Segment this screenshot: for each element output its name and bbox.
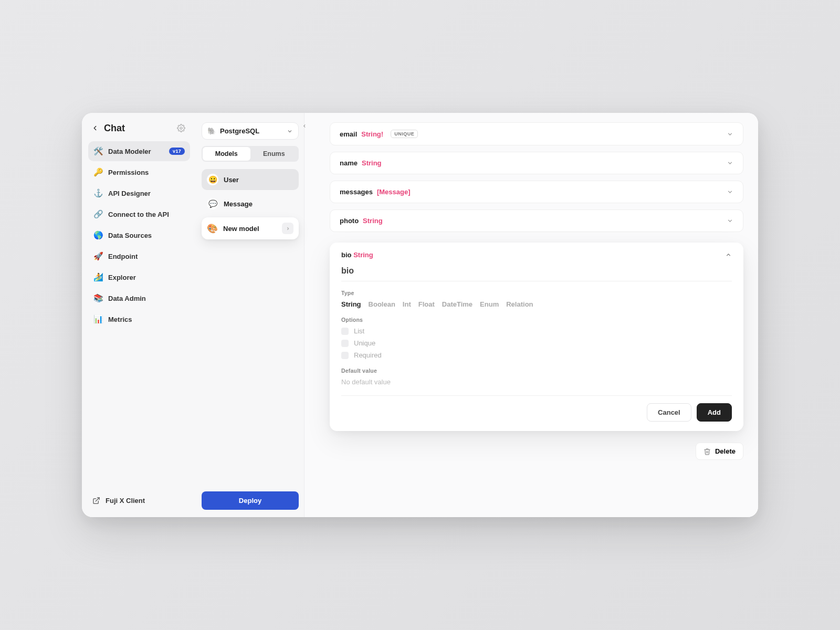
chevron-down-icon — [727, 217, 733, 224]
type-option-enum[interactable]: Enum — [480, 300, 499, 308]
deploy-button[interactable]: Deploy — [202, 491, 299, 510]
sidebar-item-metrics[interactable]: 📊Metrics — [88, 309, 190, 329]
settings-button[interactable] — [175, 122, 187, 134]
option-label: List — [354, 327, 364, 335]
chevron-down-icon — [727, 160, 733, 166]
sidebar-item-data-modeler[interactable]: 🛠️Data Modelerv17 — [88, 141, 190, 161]
chevron-right-icon — [282, 223, 293, 234]
nav-badge: v17 — [169, 148, 185, 155]
nav-icon: 🌎 — [93, 230, 103, 240]
sidebar-header: Chat — [88, 122, 190, 141]
delete-button[interactable]: Delete — [696, 443, 743, 460]
editing-field-name: bio — [341, 251, 352, 259]
field-row-email[interactable]: emailString!UNIQUE — [330, 122, 743, 145]
sidebar-item-data-sources[interactable]: 🌎Data Sources — [88, 225, 190, 245]
type-option-relation[interactable]: Relation — [506, 300, 533, 308]
chevron-down-icon — [287, 128, 293, 134]
editing-field-type: String — [353, 251, 373, 259]
model-item-message[interactable]: 💬Message — [202, 193, 299, 214]
trash-icon — [704, 448, 711, 455]
type-option-boolean[interactable]: Boolean — [369, 300, 395, 308]
palette-icon: 🎨 — [207, 223, 218, 234]
field-type: String — [362, 159, 382, 167]
sidebar-item-explorer[interactable]: 🏄Explorer — [88, 267, 190, 287]
sidebar-item-endpoint[interactable]: 🚀Endpoint — [88, 246, 190, 266]
options-section-label: Options — [341, 317, 732, 323]
add-button[interactable]: Add — [697, 403, 732, 422]
type-option-string[interactable]: String — [341, 300, 361, 308]
model-enum-tabs: ModelsEnums — [202, 146, 299, 162]
model-list: 😀User💬Message — [202, 169, 299, 214]
nav-icon: 🔗 — [93, 209, 103, 219]
field-badge: UNIQUE — [391, 130, 418, 138]
database-icon: 🐘 — [207, 127, 216, 135]
sidebar-item-api-designer[interactable]: ⚓API Designer — [88, 183, 190, 203]
type-option-float[interactable]: Float — [418, 300, 435, 308]
type-option-int[interactable]: Int — [403, 300, 411, 308]
checkbox-icon — [341, 340, 349, 347]
sidebar-item-permissions[interactable]: 🔑Permissions — [88, 162, 190, 182]
nav-label: Connect to the API — [108, 211, 169, 218]
field-name: messages — [340, 188, 373, 196]
app-title: Chat — [104, 123, 125, 134]
database-selector[interactable]: 🐘 PostgreSQL — [202, 122, 299, 140]
new-model-label: New model — [223, 225, 259, 233]
option-list[interactable]: List — [341, 327, 732, 335]
gear-icon — [177, 124, 185, 132]
default-value-input[interactable] — [341, 378, 732, 386]
nav-label: Metrics — [108, 316, 132, 323]
model-panel: 🐘 PostgreSQL ModelsEnums 😀User💬Message 🎨… — [196, 113, 304, 517]
checkbox-icon — [341, 352, 349, 359]
nav-icon: 🔑 — [93, 167, 103, 177]
type-selector: StringBooleanIntFloatDateTimeEnumRelatio… — [341, 300, 732, 308]
model-icon: 😀 — [207, 174, 218, 185]
back-icon[interactable] — [91, 124, 99, 132]
svg-line-1 — [96, 498, 99, 501]
main-content: emailString!UNIQUEnameStringmessages[Mes… — [304, 113, 758, 517]
nav-label: Data Modeler — [108, 148, 151, 155]
sidebar: Chat 🛠️Data Modelerv17🔑Permissions⚓API D… — [82, 113, 196, 517]
field-type: [Message] — [377, 188, 411, 196]
nav-label: Data Sources — [108, 232, 152, 239]
type-section-label: Type — [341, 290, 732, 296]
field-row-name[interactable]: nameString — [330, 152, 743, 174]
option-required[interactable]: Required — [341, 351, 732, 359]
model-item-user[interactable]: 😀User — [202, 169, 299, 190]
nav-icon: 📊 — [93, 314, 103, 324]
collapse-field-button[interactable] — [725, 251, 732, 258]
chevron-up-icon — [725, 251, 732, 258]
option-unique[interactable]: Unique — [341, 339, 732, 347]
field-name: email — [340, 130, 357, 138]
nav-icon: 🚀 — [93, 251, 103, 261]
tab-enums[interactable]: Enums — [250, 147, 298, 161]
cancel-button[interactable]: Cancel — [647, 403, 691, 422]
type-option-datetime[interactable]: DateTime — [442, 300, 472, 308]
field-name: name — [340, 159, 358, 167]
svg-point-0 — [180, 127, 182, 129]
field-name-input[interactable] — [341, 263, 732, 281]
collapse-panel-button[interactable] — [300, 121, 309, 131]
nav-label: API Designer — [108, 190, 151, 197]
model-label: Message — [224, 200, 253, 208]
model-icon: 💬 — [207, 198, 218, 209]
sidebar-nav: 🛠️Data Modelerv17🔑Permissions⚓API Design… — [88, 141, 190, 329]
checkbox-icon — [341, 328, 349, 335]
tab-models[interactable]: Models — [203, 147, 250, 161]
nav-label: Data Admin — [108, 295, 146, 302]
nav-icon: 🛠️ — [93, 146, 103, 156]
field-row-photo[interactable]: photoString — [330, 209, 743, 232]
chevron-left-icon — [302, 123, 307, 129]
nav-icon: 🏄 — [93, 272, 103, 282]
new-model-button[interactable]: 🎨 New model — [202, 217, 299, 239]
chevron-down-icon — [727, 188, 733, 195]
sidebar-footer-link[interactable]: Fuji X Client — [88, 491, 190, 510]
nav-icon: ⚓ — [93, 188, 103, 198]
field-row-messages[interactable]: messages[Message] — [330, 181, 743, 203]
sidebar-item-connect-to-the-api[interactable]: 🔗Connect to the API — [88, 204, 190, 224]
app-window: Chat 🛠️Data Modelerv17🔑Permissions⚓API D… — [82, 113, 758, 517]
external-link-icon — [92, 497, 100, 505]
sidebar-item-data-admin[interactable]: 📚Data Admin — [88, 288, 190, 308]
nav-label: Permissions — [108, 169, 149, 176]
nav-label: Explorer — [108, 274, 136, 281]
field-name: photo — [340, 217, 359, 225]
